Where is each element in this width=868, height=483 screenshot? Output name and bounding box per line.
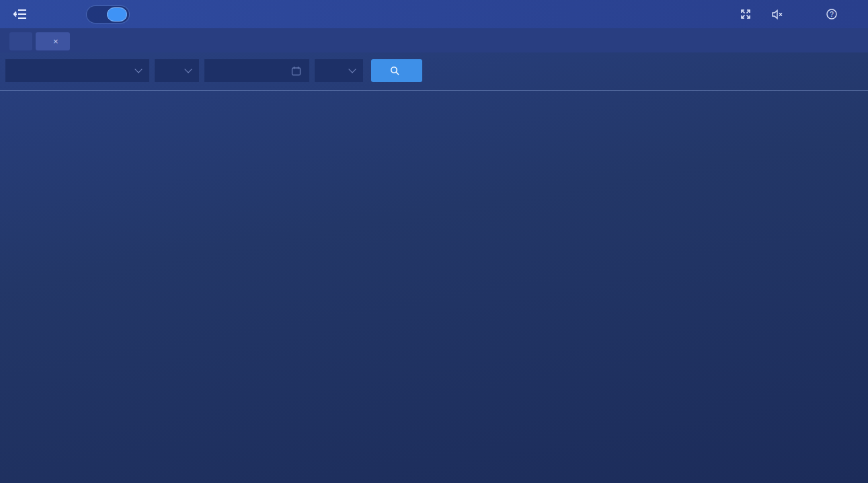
tab-bar: [0, 28, 868, 52]
collapse-menu-icon[interactable]: [13, 8, 27, 20]
mute-icon[interactable]: [772, 9, 783, 20]
svg-text:?: ?: [830, 11, 834, 18]
metric-select[interactable]: [315, 59, 363, 82]
site-select[interactable]: [5, 59, 149, 82]
chevron-down-icon: [348, 65, 356, 73]
calendar-icon: [291, 66, 301, 76]
company-selector: [86, 5, 130, 24]
period-select[interactable]: [155, 59, 199, 82]
fullscreen-icon: [741, 9, 750, 19]
chevron-down-icon: [134, 65, 142, 73]
query-button[interactable]: [371, 59, 422, 82]
app-header: ?: [0, 0, 868, 28]
chevron-down-icon: [184, 65, 192, 73]
tab-close-icon[interactable]: [53, 36, 58, 46]
tab-home[interactable]: [9, 32, 32, 50]
energy-cost-chart: [0, 91, 868, 299]
search-icon: [390, 66, 399, 75]
energy-summary-cards: [0, 299, 868, 307]
help-icon[interactable]: ?: [826, 9, 837, 20]
switch-company-button[interactable]: [107, 7, 127, 22]
filter-bar: [0, 52, 868, 91]
tab-enterprise-board[interactable]: [36, 32, 70, 50]
fullscreen-button[interactable]: [741, 9, 754, 19]
chart-plot-area: [59, 132, 828, 266]
date-picker[interactable]: [204, 59, 309, 82]
